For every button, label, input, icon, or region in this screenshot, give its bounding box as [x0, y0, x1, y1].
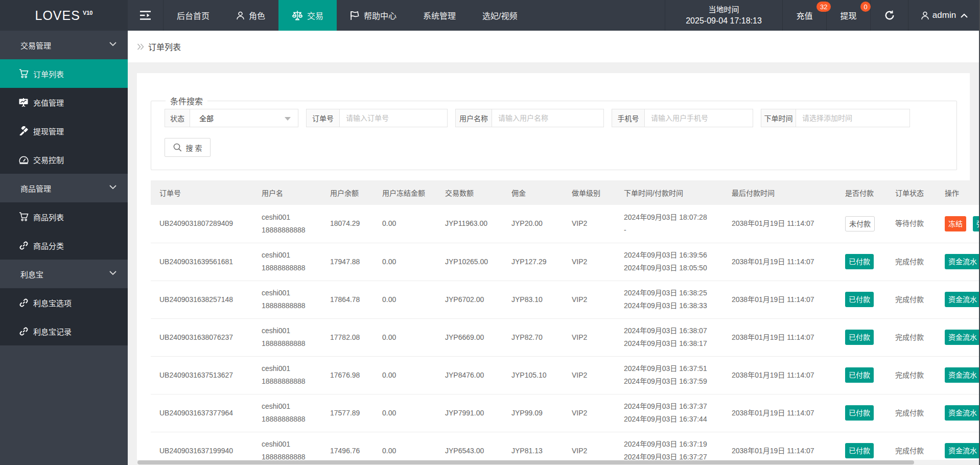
nav-item-label: 交易	[307, 9, 323, 21]
sidebar: 交易管理订单列表充值管理提现管理交易控制商品管理商品列表商品分类利息宝利息宝选项…	[0, 31, 128, 465]
cell-username: ceshi00118888888888	[253, 356, 321, 394]
table-header-row: 订单号用户名用户余额用户冻结金额交易数额佣金做单级别下单时间/付款时间最后付款时…	[151, 180, 979, 205]
cell-commission: JYP83.10	[503, 281, 563, 318]
sidebar-item-label: 商品分类	[33, 240, 64, 251]
table-row: UB2409031638076237 ceshi00118888888888 1…	[151, 318, 979, 356]
withdraw-badge: 0	[860, 2, 871, 12]
filter-phone-input[interactable]	[651, 114, 746, 122]
search-fieldset: 条件搜索 状态全部订单号用户名称手机号下单时间 搜 索	[151, 95, 957, 170]
breadcrumb-chevrons-icon	[137, 43, 145, 50]
cell-status: 等待付款	[886, 205, 936, 243]
search-button[interactable]: 搜 索	[165, 138, 211, 157]
cell-order-time: 2024年09月03日 16:38:252024年09月03日 16:38:33	[615, 281, 723, 318]
column-header: 用户冻结金额	[374, 180, 436, 205]
nav-item-help-center[interactable]: 帮助中心	[337, 0, 410, 31]
chevron-down-icon	[109, 42, 116, 46]
sidebar-item-order-list[interactable]: 订单列表	[0, 59, 128, 88]
cell-frozen: 0.00	[374, 243, 436, 281]
logo-text: LOVESV10	[35, 8, 93, 23]
nav-item-system[interactable]: 系统管理	[410, 0, 469, 31]
filter-order-no: 订单号	[306, 109, 448, 127]
cell-actions: 资金流水	[936, 318, 979, 356]
search-legend: 条件搜索	[166, 95, 207, 107]
filter-order-no-input[interactable]	[346, 114, 441, 122]
filter-status-select[interactable]: 全部	[190, 109, 298, 127]
cart-icon	[19, 69, 29, 78]
cell-last-pay-time: 2038年01月19日 11:14:07	[723, 356, 836, 394]
sidebar-item-goods-category[interactable]: 商品分类	[0, 231, 128, 260]
sidebar-item-recharge-management[interactable]: 充值管理	[0, 88, 128, 117]
sidebar-group-trade-management[interactable]: 交易管理	[0, 31, 128, 59]
recharge-shortcut[interactable]: 充值 32	[782, 0, 826, 31]
refresh-icon	[884, 10, 895, 20]
cell-balance: 17577.89	[321, 394, 374, 432]
sidebar-group-lixibao[interactable]: 利息宝	[0, 260, 128, 288]
sidebar-group-label: 利息宝	[20, 269, 43, 280]
gauge-icon	[19, 155, 29, 164]
force-pay-button[interactable]: 强制支付	[973, 216, 979, 231]
fold-menu-icon[interactable]	[128, 0, 164, 31]
sidebar-group-label: 商品管理	[20, 183, 51, 194]
fund-flow-button[interactable]: 资金流水	[945, 405, 979, 421]
cell-actions: 资金流水	[936, 243, 979, 281]
main-area: 订单列表 条件搜索 状态全部订单号用户名称手机号下单时间 搜 索 订单号用户名用…	[128, 31, 980, 465]
sidebar-item-goods-list[interactable]: 商品列表	[0, 202, 128, 231]
search-button-label: 搜 索	[186, 143, 202, 153]
withdraw-shortcut[interactable]: 提现 0	[826, 0, 870, 31]
nav-item-label: 选妃/视频	[482, 9, 517, 21]
fund-flow-button[interactable]: 资金流水	[945, 292, 979, 307]
table-row: UB2409031639561681 ceshi00118888888888 1…	[151, 243, 979, 281]
paid-badge: 已付款	[845, 405, 874, 421]
chevron-down-icon	[109, 185, 116, 190]
horizontal-scrollbar[interactable]	[137, 460, 979, 465]
refresh-button[interactable]	[870, 0, 908, 31]
filter-order-no-box	[340, 109, 448, 127]
column-header: 订单号	[151, 180, 253, 205]
sidebar-item-withdraw-management[interactable]: 提现管理	[0, 117, 128, 145]
cell-last-pay-time: 2038年01月19日 11:14:07	[723, 281, 836, 318]
nav-item-home[interactable]: 后台首页	[164, 0, 223, 31]
nav-item-roles[interactable]: 角色	[223, 0, 278, 31]
cell-amount: JYP7991.00	[436, 394, 503, 432]
freeze-button[interactable]: 冻结	[945, 216, 966, 231]
withdraw-label: 提现	[840, 9, 856, 21]
cell-order-time: 2024年09月03日 16:37:372024年09月03日 16:37:44	[615, 394, 723, 432]
filter-order-time-input[interactable]	[802, 114, 903, 122]
fund-flow-button[interactable]: 资金流水	[945, 443, 979, 458]
column-header: 订单状态	[886, 180, 936, 205]
nav-item-video[interactable]: 选妃/视频	[469, 0, 530, 31]
cell-username: ceshi00118888888888	[253, 243, 321, 281]
filter-username-label: 用户名称	[455, 109, 492, 127]
logo-version: V10	[83, 10, 93, 16]
link-icon	[19, 241, 28, 250]
fund-flow-button[interactable]: 资金流水	[945, 254, 979, 269]
table-row: UB2409031637377964 ceshi00118888888888 1…	[151, 394, 979, 432]
cell-order-no: UB2409031637377964	[151, 394, 253, 432]
cell-paid: 已付款	[836, 318, 886, 356]
cell-level: VIP2	[563, 243, 615, 281]
cell-username: ceshi00118888888888	[253, 281, 321, 318]
sidebar-item-lixibao-options[interactable]: 利息宝选项	[0, 288, 128, 317]
cell-status: 完成付款	[886, 394, 936, 432]
cell-frozen: 0.00	[374, 318, 436, 356]
user-menu[interactable]: admin	[908, 0, 980, 31]
horizontal-scrollbar-thumb[interactable]	[137, 460, 914, 464]
nav-item-label: 后台首页	[177, 9, 209, 21]
search-card: 条件搜索 状态全部订单号用户名称手机号下单时间 搜 索	[137, 73, 970, 180]
fund-flow-button[interactable]: 资金流水	[945, 367, 979, 383]
top-menu: 后台首页角色交易帮助中心系统管理选妃/视频	[164, 0, 531, 31]
sidebar-item-trade-control[interactable]: 交易控制	[0, 145, 128, 174]
filter-phone-label: 手机号	[612, 109, 645, 127]
cell-balance: 17782.08	[321, 318, 374, 356]
cell-balance: 17947.88	[321, 243, 374, 281]
filter-username: 用户名称	[455, 109, 604, 127]
sidebar-item-lixibao-records[interactable]: 利息宝记录	[0, 317, 128, 345]
cell-actions: 冻结强制支付	[936, 205, 979, 243]
fund-flow-button[interactable]: 资金流水	[945, 330, 979, 345]
orders-table-card: 订单号用户名用户余额用户冻结金额交易数额佣金做单级别下单时间/付款时间最后付款时…	[137, 180, 979, 465]
filter-username-input[interactable]	[498, 114, 597, 122]
cell-paid: 未付款	[836, 205, 886, 243]
cell-order-time: 2024年09月03日 18:07:28-	[615, 205, 723, 243]
nav-item-trade[interactable]: 交易	[278, 0, 337, 31]
sidebar-group-goods-management[interactable]: 商品管理	[0, 174, 128, 202]
